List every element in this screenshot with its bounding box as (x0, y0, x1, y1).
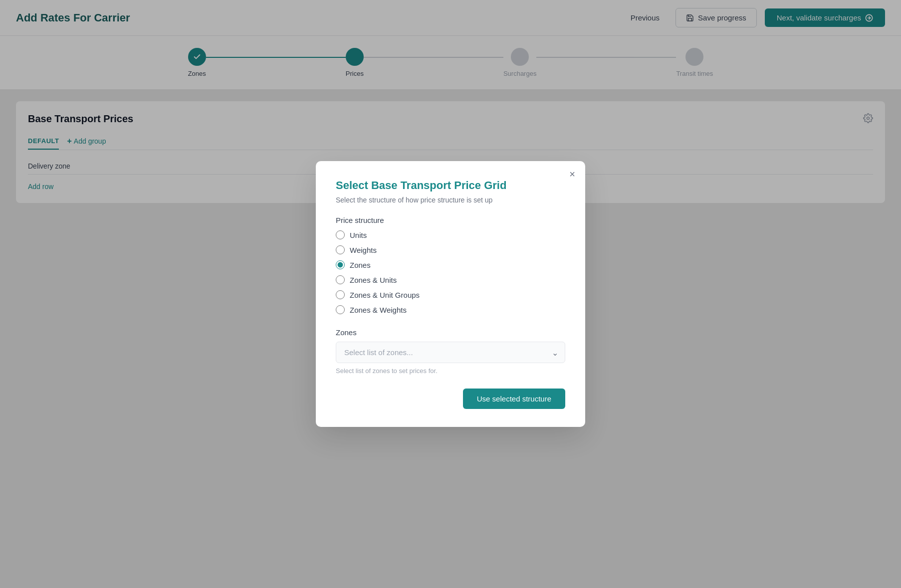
modal-overlay: × Select Base Transport Price Grid Selec… (0, 0, 901, 588)
radio-item-units[interactable]: Units (336, 230, 565, 239)
modal-dialog: × Select Base Transport Price Grid Selec… (316, 161, 585, 427)
radio-item-weights[interactable]: Weights (336, 245, 565, 254)
radio-label-zones-weights: Zones & Weights (350, 306, 407, 314)
zones-section: Zones Select list of zones... ⌄ Select l… (336, 328, 565, 375)
radio-weights[interactable] (336, 245, 345, 254)
radio-item-zones-weights[interactable]: Zones & Weights (336, 305, 565, 314)
radio-label-units: Units (350, 231, 367, 239)
modal-close-button[interactable]: × (569, 169, 575, 179)
price-structure-radio-group: Units Weights Zones Zones & Units Zones … (336, 230, 565, 314)
radio-label-zones-unit-groups: Zones & Unit Groups (350, 291, 420, 299)
modal-footer: Use selected structure (336, 389, 565, 409)
modal-subtitle: Select the structure of how price struct… (336, 196, 565, 204)
radio-zones[interactable] (336, 260, 345, 269)
radio-zones-unit-groups[interactable] (336, 290, 345, 299)
zones-dropdown-label: Zones (336, 328, 565, 337)
radio-label-zones-units: Zones & Units (350, 276, 397, 284)
radio-item-zones-units[interactable]: Zones & Units (336, 275, 565, 284)
price-structure-label: Price structure (336, 216, 565, 224)
modal-title: Select Base Transport Price Grid (336, 179, 565, 192)
radio-zones-units[interactable] (336, 275, 345, 284)
radio-item-zones-unit-groups[interactable]: Zones & Unit Groups (336, 290, 565, 299)
radio-item-zones[interactable]: Zones (336, 260, 565, 269)
zones-select[interactable]: Select list of zones... (336, 342, 565, 363)
radio-label-zones: Zones (350, 261, 371, 269)
radio-zones-weights[interactable] (336, 305, 345, 314)
zones-hint: Select list of zones to set prices for. (336, 367, 565, 375)
use-selected-structure-button[interactable]: Use selected structure (463, 389, 565, 409)
radio-units[interactable] (336, 230, 345, 239)
zones-select-wrapper[interactable]: Select list of zones... ⌄ (336, 342, 565, 363)
radio-label-weights: Weights (350, 246, 377, 254)
